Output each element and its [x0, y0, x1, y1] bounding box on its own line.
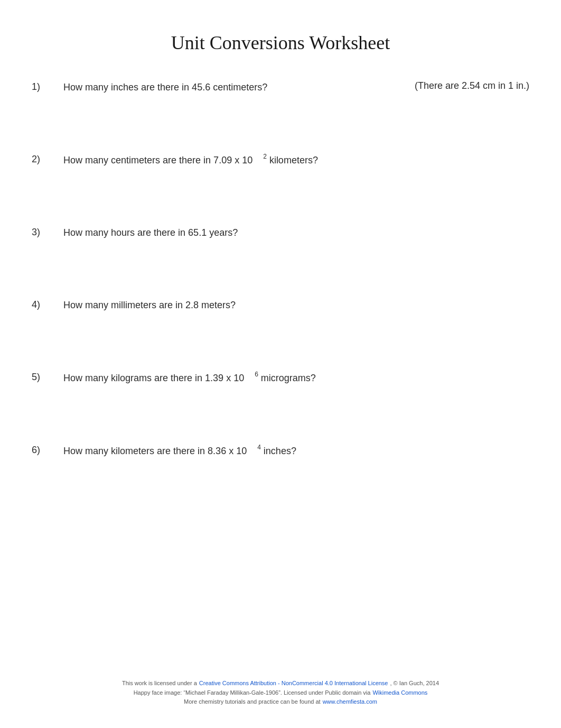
question-5: 5) How many kilograms are there in 1.39 …	[32, 365, 529, 385]
footer-copyright: , © Ian Guch, 2014	[390, 679, 440, 688]
question-1: 1) How many inches are there in 45.6 cen…	[32, 75, 529, 95]
question-3: 3) How many hours are there in 65.1 year…	[32, 220, 529, 240]
question-6-text: How many kilometers are there in 8.36 x …	[63, 444, 529, 458]
question-6-number: 6)	[32, 444, 63, 456]
question-4-number: 4)	[32, 298, 63, 310]
footer-website-link[interactable]: www.chemfiesta.com	[323, 697, 377, 707]
question-1-text: How many inches are there in 45.6 centim…	[63, 80, 394, 95]
footer-row-1: This work is licensed under a Creative C…	[0, 679, 561, 688]
footer: This work is licensed under a Creative C…	[0, 679, 561, 707]
footer-row-2: Happy face image: “Michael Faraday Milli…	[0, 688, 561, 698]
question-5-number: 5)	[32, 371, 63, 383]
question-3-text: How many hours are there in 65.1 years?	[63, 226, 529, 240]
question-2-text: How many centimeters are there in 7.09 x…	[63, 153, 529, 168]
page: Unit Conversions Worksheet 1) How many i…	[0, 0, 561, 728]
question-3-number: 3)	[32, 226, 63, 238]
question-5-exponent: 6	[255, 371, 258, 378]
question-1-number: 1)	[32, 80, 63, 93]
question-4: 4) How many millimeters are in 2.8 meter…	[32, 293, 529, 312]
footer-tutorials-prefix: More chemistry tutorials and practice ca…	[184, 697, 321, 707]
page-title: Unit Conversions Worksheet	[32, 21, 529, 54]
footer-license-link[interactable]: Creative Commons Attribution - NonCommer…	[199, 679, 388, 688]
question-6: 6) How many kilometers are there in 8.36…	[32, 438, 529, 458]
question-2-exponent: 2	[263, 153, 267, 160]
footer-wikimedia-link[interactable]: Wikimedia Commons	[372, 688, 427, 698]
question-4-text: How many millimeters are in 2.8 meters?	[63, 298, 529, 312]
question-5-text: How many kilograms are there in 1.39 x 1…	[63, 371, 529, 385]
footer-license-prefix: This work is licensed under a	[122, 679, 197, 688]
footer-image-credit: Happy face image: “Michael Faraday Milli…	[134, 688, 371, 698]
question-1-hint: (There are 2.54 cm in 1 in.)	[415, 80, 529, 91]
question-2: 2) How many centimeters are there in 7.0…	[32, 148, 529, 168]
question-2-number: 2)	[32, 153, 63, 165]
question-6-exponent: 4	[257, 444, 261, 451]
footer-row-3: More chemistry tutorials and practice ca…	[0, 697, 561, 707]
